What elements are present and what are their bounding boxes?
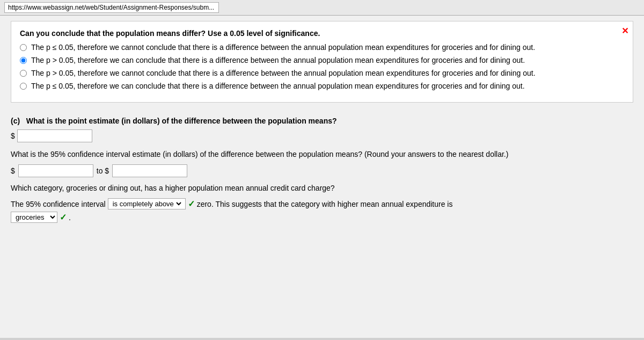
confidence-interval-row: The 95% confidence interval is completel… xyxy=(11,198,633,209)
radio-label-3: The p > 0.05, therefore we cannot conclu… xyxy=(31,69,536,77)
url-text: https://www.webassign.net/web/Student/As… xyxy=(4,2,219,13)
ci-to-label: to $ xyxy=(97,167,109,175)
browser-bar: https://www.webassign.net/web/Student/As… xyxy=(0,0,644,16)
groceries-dropdown[interactable]: groceries dining out xyxy=(11,212,57,223)
point-estimate-input[interactable] xyxy=(17,129,92,142)
point-estimate-question: What is the point estimate (in dollars) … xyxy=(26,117,337,125)
significance-question: Can you conclude that the population mea… xyxy=(20,29,624,38)
ci-from-input[interactable] xyxy=(18,164,93,177)
radio-label-2: The p > 0.05, therefore we can conclude … xyxy=(31,56,525,64)
ci-to-input[interactable] xyxy=(112,164,187,177)
groceries-row: groceries dining out ✓ . xyxy=(11,212,633,223)
radio-option-1: The p ≤ 0.05, therefore we cannot conclu… xyxy=(20,43,624,52)
zero-text: zero. This suggests that the category wi… xyxy=(197,200,453,208)
dollar-symbol-1: $ xyxy=(11,132,15,140)
ci-input-row: $ to $ xyxy=(11,164,633,177)
radio-option-4: The p ≤ 0.05, therefore we can conclude … xyxy=(20,82,624,90)
completely-above-dropdown[interactable]: is completely above is completely below … xyxy=(111,199,183,208)
radio-input-1[interactable] xyxy=(20,44,27,51)
period: . xyxy=(69,213,71,222)
part-c-letter: (c) xyxy=(11,117,20,125)
radio-label-4: The p ≤ 0.05, therefore we can conclude … xyxy=(31,82,525,90)
check-icon-1: ✓ xyxy=(188,199,195,209)
point-estimate-input-row: $ xyxy=(11,129,633,142)
confidence-interval-question: What is the 95% confidence interval esti… xyxy=(11,149,633,160)
radio-option-3: The p > 0.05, therefore we cannot conclu… xyxy=(20,69,624,77)
page-wrapper: Can you conclude that the population mea… xyxy=(0,16,644,338)
close-icon[interactable]: ✕ xyxy=(621,26,628,36)
completely-above-dropdown-wrap: is completely above is completely below … xyxy=(108,198,186,209)
check-icon-2: ✓ xyxy=(60,212,67,222)
radio-label-1: The p ≤ 0.05, therefore we cannot conclu… xyxy=(31,43,535,52)
dollar-symbol-2: $ xyxy=(11,167,15,175)
part-c-section: (c) What is the point estimate (in dolla… xyxy=(11,111,633,228)
part-c-label: (c) What is the point estimate (in dolla… xyxy=(11,117,633,125)
which-category-question: Which category, groceries or dining out,… xyxy=(11,183,633,194)
significance-section: Can you conclude that the population mea… xyxy=(11,21,633,103)
radio-input-4[interactable] xyxy=(20,83,27,90)
radio-input-3[interactable] xyxy=(20,70,27,77)
confidence-prefix: The 95% confidence interval xyxy=(11,200,106,208)
radio-option-2: The p > 0.05, therefore we can conclude … xyxy=(20,56,624,64)
radio-input-2[interactable] xyxy=(20,57,27,64)
